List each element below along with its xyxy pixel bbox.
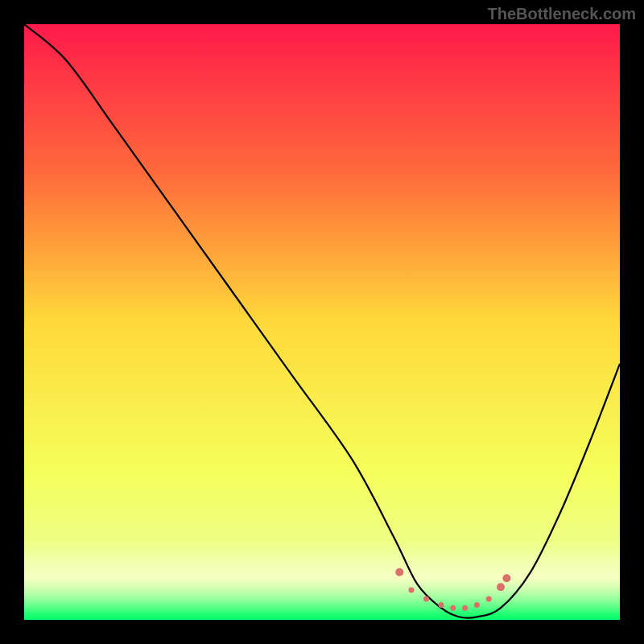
marker-dot: [502, 574, 510, 582]
marker-dot: [486, 597, 492, 602]
chart-container: { "watermark": "TheBottleneck.com", "cha…: [0, 0, 644, 644]
marker-dot: [497, 583, 505, 591]
marker-dot: [395, 568, 403, 576]
marker-dot: [474, 602, 480, 608]
watermark-text: TheBottleneck.com: [488, 5, 636, 23]
marker-dot: [409, 588, 415, 593]
plot-background: [24, 24, 620, 620]
marker-dot: [439, 602, 444, 608]
bottleneck-chart: [0, 0, 644, 644]
glow-band: [24, 543, 620, 614]
marker-dot: [450, 605, 456, 611]
marker-dot: [462, 605, 468, 611]
marker-dot: [423, 597, 429, 602]
